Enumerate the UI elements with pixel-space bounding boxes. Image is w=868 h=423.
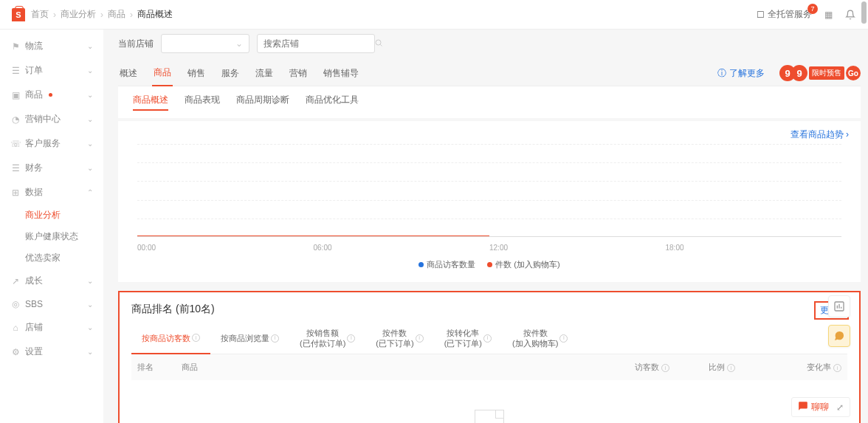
info-icon[interactable]: i <box>727 364 735 372</box>
bell-icon[interactable] <box>844 9 856 21</box>
scrollbar-thumb[interactable] <box>861 1 867 24</box>
empty-file-icon <box>475 410 504 423</box>
sidebar-item-products[interactable]: ▣商品⌄ <box>0 83 103 107</box>
rank-tab-visitors[interactable]: 按商品访客数i <box>131 323 210 354</box>
x-axis-labels: 00:00 06:00 12:00 18:00 <box>137 244 841 252</box>
sidebar-item-sbs[interactable]: ◎SBS⌄ <box>0 293 103 315</box>
sidebar-sub-business-analytics[interactable]: 商业分析 <box>0 204 103 226</box>
chevron-down-icon: ⌄ <box>87 348 93 356</box>
shop-select[interactable]: ⌄ <box>161 34 249 53</box>
ranking-table-header: 排名 商品 访客数 i 比例 i 变化率 i <box>131 354 847 380</box>
chevron-down-icon: ⌄ <box>87 66 93 75</box>
sidebar-item-growth[interactable]: ↗成长⌄ <box>0 269 103 293</box>
page-scrollbar[interactable] <box>861 0 867 423</box>
breadcrumb-current: 商品概述 <box>137 8 173 21</box>
tab-service[interactable]: 服务 <box>220 61 241 86</box>
apps-icon[interactable]: ▦ <box>822 9 834 21</box>
chat-widget[interactable]: 聊聊 ⤢ <box>791 397 850 417</box>
chevron-down-icon: ⌄ <box>87 277 93 285</box>
info-icon[interactable]: i <box>347 334 355 343</box>
sidebar-sub-preferred-seller[interactable]: 优选卖家 <box>0 247 103 269</box>
th-product: 商品 <box>182 362 635 373</box>
breadcrumb-analytics[interactable]: 商业分析 <box>61 8 96 21</box>
subtab-overview[interactable]: 商品概述 <box>133 94 168 111</box>
main-content: 当前店铺 ⌄ 概述 商品 销售 服务 流量 营销 销售辅导 ⓘ 了解更多 9 <box>103 30 868 423</box>
info-icon[interactable]: i <box>483 334 492 343</box>
tab-sales-coaching[interactable]: 销售辅导 <box>322 61 360 86</box>
search-icon <box>374 38 383 49</box>
sidebar-item-orders[interactable]: ☰订单⌄ <box>0 58 103 83</box>
managed-service-button[interactable]: ☐ 全托管服务 7 <box>757 8 812 21</box>
info-icon[interactable]: i <box>661 364 669 372</box>
chevron-down-icon: ⌄ <box>87 323 93 331</box>
wallet-icon: ☰ <box>10 163 21 173</box>
bag-icon: ▣ <box>10 90 21 100</box>
sidebar-item-data[interactable]: ⊞数据⌃ <box>0 180 103 204</box>
tab-products[interactable]: 商品 <box>152 61 173 86</box>
help-float-button[interactable] <box>828 325 850 347</box>
sidebar-item-customer-service[interactable]: ☏客户服务⌄ <box>0 131 103 156</box>
info-icon[interactable]: i <box>833 364 841 372</box>
breadcrumb-products[interactable]: 商品 <box>108 8 125 21</box>
chevron-up-icon: ⌃ <box>87 188 93 196</box>
info-icon[interactable]: i <box>271 334 279 343</box>
breadcrumb-home[interactable]: 首页 <box>31 8 49 21</box>
info-icon[interactable]: i <box>559 334 568 343</box>
stats-float-button[interactable] <box>828 295 850 317</box>
chevron-down-icon: ⌄ <box>87 140 93 148</box>
chart-x-axis <box>137 236 841 237</box>
filter-row: 当前店铺 ⌄ <box>118 34 861 53</box>
tab-traffic[interactable]: 流量 <box>254 61 275 86</box>
primary-tabs: 概述 商品 销售 服务 流量 营销 销售辅导 ⓘ 了解更多 9 9 限时预售 G… <box>118 61 861 86</box>
megaphone-icon: ◔ <box>10 114 21 125</box>
rank-tab-units-ordered[interactable]: 按件数 (已下订单)i <box>365 323 433 354</box>
chart-icon: ⊞ <box>10 188 21 198</box>
tab-marketing[interactable]: 营销 <box>288 61 309 86</box>
sidebar-sub-account-health[interactable]: 账户健康状态 <box>0 226 103 247</box>
sidebar-item-shop[interactable]: ⌂店铺⌄ <box>0 315 103 340</box>
ranking-title: 商品排名 (前10名) <box>131 303 847 316</box>
subtab-performance[interactable]: 商品表现 <box>185 94 220 111</box>
sidebar: ⚑物流⌄ ☰订单⌄ ▣商品⌄ ◔营销中心⌄ ☏客户服务⌄ ☰财务⌄ ⊞数据⌃ 商… <box>0 30 103 423</box>
chevron-down-icon: ⌄ <box>87 42 93 50</box>
floating-toolbar <box>828 295 850 347</box>
learn-more-link[interactable]: ⓘ 了解更多 <box>717 67 765 80</box>
sidebar-item-logistics[interactable]: ⚑物流⌄ <box>0 34 103 58</box>
info-icon[interactable]: i <box>192 334 200 342</box>
chevron-right-icon: › <box>100 10 103 20</box>
sidebar-item-marketing[interactable]: ◔营销中心⌄ <box>0 107 103 131</box>
shop-icon: ⌂ <box>10 323 21 333</box>
chart-legend: 商品访客数量 件数 (加入购物车) <box>130 259 849 270</box>
sidebar-item-settings[interactable]: ⚙设置⌄ <box>0 340 103 364</box>
empty-state: 没有数据 <box>131 380 847 423</box>
subtab-optimization[interactable]: 商品优化工具 <box>306 94 359 111</box>
doc-icon: ☰ <box>10 66 21 76</box>
th-rank: 排名 <box>137 362 182 373</box>
legend-addtocart: 件数 (加入购物车) <box>487 259 559 270</box>
rank-tab-conversion[interactable]: 按转化率 (已下订单)i <box>434 323 502 354</box>
shop-search-field[interactable] <box>264 38 374 49</box>
promo-text: 限时预售 <box>809 66 844 80</box>
promo-9-icon: 9 <box>791 65 807 81</box>
sidebar-item-finance[interactable]: ☰财务⌄ <box>0 156 103 180</box>
shop-search-input[interactable] <box>257 34 375 53</box>
ranking-tabs: 按商品访客数i 按商品浏览量i 按销售额 (已付款订单)i 按件数 (已下订单)… <box>131 323 847 354</box>
promo-99-banner[interactable]: 9 9 限时预售 Go <box>784 65 861 81</box>
secondary-tabs: 商品概述 商品表现 商品周期诊断 商品优化工具 <box>118 86 861 118</box>
rank-tab-sales[interactable]: 按销售额 (已付款订单)i <box>289 323 365 354</box>
gear-icon: ⚙ <box>10 347 21 357</box>
view-trend-link[interactable]: 查看商品趋势 › <box>130 128 849 141</box>
th-ratio: 比例 i <box>709 362 782 373</box>
expand-icon[interactable]: ⤢ <box>836 402 844 413</box>
rank-tab-units-cart[interactable]: 按件数 (加入购物车)i <box>502 323 578 354</box>
info-icon: ⓘ <box>717 67 726 80</box>
promo-go-button[interactable]: Go <box>846 66 861 80</box>
info-icon[interactable]: i <box>416 334 424 343</box>
subtab-diagnosis[interactable]: 商品周期诊断 <box>236 94 289 111</box>
chevron-down-icon: ⌄ <box>87 164 93 172</box>
rank-tab-views[interactable]: 按商品浏览量i <box>210 323 289 354</box>
trend-card: 查看商品趋势 › 00:00 06:00 12:00 18:00 <box>118 121 861 282</box>
tab-sales[interactable]: 销售 <box>186 61 207 86</box>
tab-overview[interactable]: 概述 <box>118 61 139 86</box>
th-visits: 访客数 i <box>635 362 709 373</box>
